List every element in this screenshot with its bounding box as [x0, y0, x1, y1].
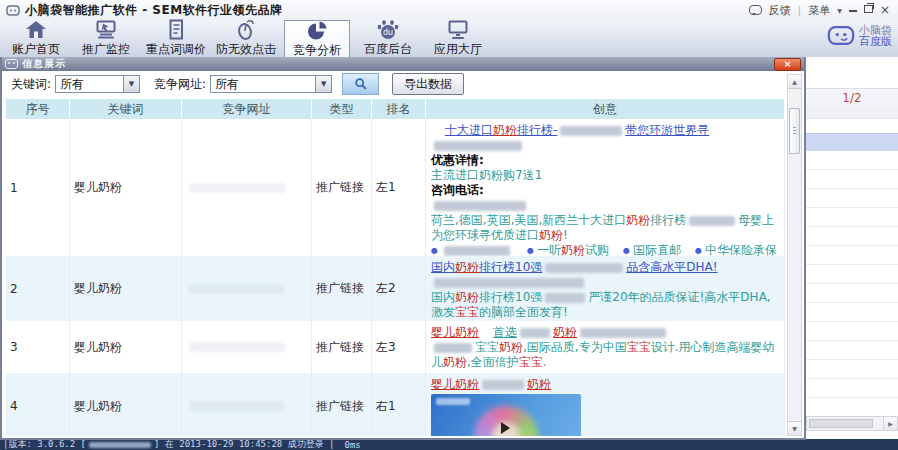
- vertical-scrollbar[interactable]: ▲ ▼: [787, 74, 802, 436]
- creative-text: 奶粉: [455, 290, 479, 304]
- redacted-username: [89, 442, 151, 448]
- document-icon: [164, 19, 188, 40]
- keyword-filter-value: 所有: [60, 76, 84, 93]
- redacted-text: [434, 278, 584, 288]
- competitor-url-filter-select[interactable]: 所有 ▼: [210, 75, 332, 93]
- status-bar: |版本: 3.0.6.2 [ ] 在 2013-10-29 10:45:28 成…: [0, 439, 898, 450]
- creative-line: 优惠详情:: [431, 153, 779, 168]
- monitor-cursor-icon: [94, 19, 118, 40]
- cell-type: 推广链接: [312, 256, 372, 321]
- toolbar-item-baidu-backend[interactable]: du百度后台: [356, 20, 420, 57]
- creative-link[interactable]: 排行榜-: [517, 123, 557, 137]
- creative-link[interactable]: 奶粉: [493, 123, 517, 137]
- brand-logo: 小脑袋 百度版: [827, 24, 892, 47]
- column-header: 序号: [6, 99, 70, 119]
- divider: |: [798, 4, 802, 17]
- cell-competitor-url: [182, 321, 312, 373]
- cell-rank: 右1: [372, 373, 426, 436]
- cell-competitor-url: [182, 119, 312, 256]
- cell-number: 3: [6, 321, 70, 373]
- table-row: 2婴儿奶粉推广链接左2国内奶粉排行榜10强品含高水平DHA!国内奶粉排行榜10强…: [6, 256, 785, 321]
- toolbar-item-label: 应用大厅: [434, 41, 482, 58]
- minimize-button[interactable]: [849, 5, 857, 15]
- creative-line: 婴儿奶粉奶粉: [431, 377, 779, 392]
- feedback-icon: [749, 5, 762, 15]
- filter-bar: 关键词: 所有 ▼ 竞争网址: 所有 ▼ 导出数据: [2, 71, 804, 97]
- creative-text: 排行榜10强: [479, 290, 542, 304]
- creative-link[interactable]: 十大进口: [445, 123, 493, 137]
- menu-button[interactable]: 菜单: [808, 3, 830, 18]
- creative-link[interactable]: 排行榜10强: [479, 260, 542, 274]
- creative-text: ,国际品质,专为中国: [523, 340, 627, 354]
- table-subheader-strip: [806, 106, 898, 119]
- app-robot-icon: [6, 5, 20, 16]
- close-button[interactable]: ×: [880, 5, 890, 15]
- chevron-down-icon[interactable]: ▼: [123, 76, 139, 92]
- scroll-up-arrow[interactable]: ▲: [788, 75, 801, 89]
- cell-rank: 左1: [372, 119, 426, 256]
- creative-text: 一听: [537, 243, 561, 256]
- toolbar-item-label: 竞争分析: [293, 42, 341, 59]
- scrollbar-thumb[interactable]: [789, 108, 800, 154]
- toolbar-item-account-home[interactable]: 账户首页: [4, 20, 68, 57]
- toolbar-item-competition-analysis[interactable]: 竞争分析: [284, 20, 350, 57]
- creative-line: 国内奶粉排行榜10强严谨20年的品质保证!高水平DHA,激发宝宝的脑部全面发育!: [431, 290, 779, 320]
- redacted-text: [434, 201, 526, 211]
- cell-creative: 婴儿奶粉首选奶粉宝宝奶粉,国际品质,专为中国宝宝设计.用心制造高端婴幼儿奶粉,全…: [426, 321, 785, 373]
- toolbar-item-promo-monitor[interactable]: 推广监控: [74, 20, 138, 57]
- creative-link[interactable]: 奶粉: [455, 260, 479, 274]
- restore-button[interactable]: [864, 5, 873, 15]
- cell-type: 推广链接: [312, 373, 372, 436]
- horizontal-scrollbar[interactable]: ▶: [806, 416, 898, 431]
- export-data-button[interactable]: 导出数据: [392, 73, 464, 95]
- scroll-right-arrow[interactable]: ▶: [883, 417, 897, 430]
- chevron-down-icon[interactable]: ▼: [837, 7, 842, 14]
- creative-link[interactable]: 品含高水平DHA!: [626, 260, 717, 274]
- baidu-paw-icon: du: [376, 19, 400, 40]
- scrollbar-thumb[interactable]: [809, 419, 873, 428]
- column-header: 创意: [426, 99, 785, 119]
- creative-link[interactable]: 奶粉: [553, 325, 577, 339]
- table-body: 1婴儿奶粉推广链接左1十大进口奶粉排行榜-带您环游世界寻优惠详情:主流进口奶粉购…: [6, 119, 785, 436]
- cell-number: 1: [6, 119, 70, 256]
- toolbar-item-app-hall[interactable]: 应用大厅: [426, 20, 490, 57]
- feedback-button[interactable]: 反馈: [769, 3, 791, 18]
- status-latency: 0ms: [345, 440, 361, 450]
- creative-text: 排行榜: [650, 213, 686, 227]
- creative-link[interactable]: 国内: [431, 260, 455, 274]
- creative-text: 国际直邮: [633, 243, 681, 256]
- bullet-icon: ●: [695, 246, 702, 255]
- pagination-cell: 1/2: [806, 88, 898, 107]
- cell-keyword: 婴儿奶粉: [70, 373, 182, 436]
- dialog-close-button[interactable]: ×: [774, 58, 801, 71]
- toolbar: 账户首页推广监控重点词调价防无效点击竞争分析du百度后台应用大厅: [0, 20, 898, 58]
- toolbar-item-keyword-bidding[interactable]: 重点词调价: [144, 20, 208, 57]
- cell-rank: 左3: [372, 321, 426, 373]
- creative-text: 宝宝: [475, 340, 499, 354]
- window-title: 小脑袋智能推广软件 - SEM软件行业领先品牌: [25, 2, 283, 19]
- keyword-filter-select[interactable]: 所有 ▼: [55, 75, 140, 93]
- creative-link[interactable]: 奶粉: [527, 377, 551, 391]
- bullet-icon: ●: [527, 246, 534, 255]
- creative-link[interactable]: 带您环游世界寻: [625, 123, 709, 137]
- cell-keyword: 婴儿奶粉: [70, 256, 182, 321]
- creative-text: 的脑部全面发育!: [479, 305, 568, 319]
- creative-thumbnail[interactable]: [431, 394, 581, 436]
- scroll-down-arrow[interactable]: ▼: [788, 421, 801, 435]
- creative-link[interactable]: 首选: [493, 325, 517, 339]
- redacted-text: [545, 293, 585, 303]
- creative-link[interactable]: 婴儿奶粉: [431, 377, 479, 391]
- creative-line: 婴儿奶粉首选奶粉: [431, 325, 779, 340]
- creative-link[interactable]: 婴儿奶粉: [431, 325, 479, 339]
- brand-edition: 百度版: [859, 36, 892, 47]
- creative-text: 荷兰,德国,英国,美国,新西兰十大进口: [431, 213, 626, 227]
- selected-row-strip: [806, 133, 898, 152]
- mouse-icon: [234, 19, 258, 40]
- cell-competitor-url: [182, 256, 312, 321]
- toolbar-item-label: 账户首页: [12, 41, 60, 58]
- redacted-text: [434, 343, 472, 353]
- toolbar-item-label: 重点词调价: [146, 41, 206, 58]
- chevron-down-icon[interactable]: ▼: [315, 76, 331, 92]
- toolbar-item-anti-invalid-click[interactable]: 防无效点击: [214, 20, 278, 57]
- search-button[interactable]: [342, 73, 379, 95]
